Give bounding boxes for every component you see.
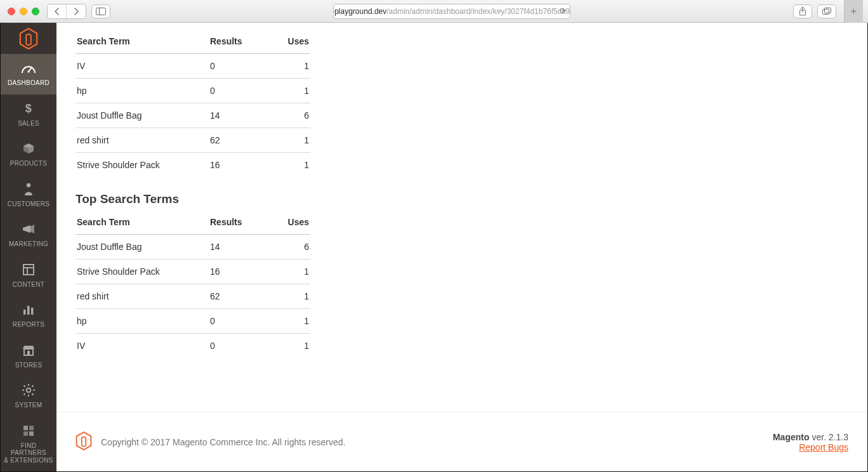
marketing-icon [3, 221, 54, 237]
cell-search-term: hp [76, 309, 209, 334]
svg-point-17 [27, 388, 30, 392]
cell-search-term: IV [76, 54, 209, 79]
forward-button[interactable] [67, 4, 86, 18]
sidebar-item-stores[interactable]: STORES [1, 336, 56, 377]
main-column: Search Term Results Uses IV01hp01Joust D… [56, 23, 867, 471]
table-row[interactable]: Strive Shoulder Pack161 [76, 259, 310, 284]
sidebar-item-system[interactable]: SYSTEM [1, 376, 56, 417]
report-bugs-link[interactable]: Report Bugs [799, 442, 848, 452]
url-bar[interactable]: magento2-playground.dev /admin/admin/das… [333, 4, 570, 19]
share-button[interactable] [793, 4, 812, 18]
sidebar-item-label: DASHBOARD [3, 79, 54, 87]
footer-left: Copyright © 2017 Magento Commerce Inc. A… [76, 431, 345, 452]
table-row[interactable]: red shirt621 [76, 128, 310, 153]
cell-results: 0 [209, 54, 266, 79]
table-row[interactable]: Joust Duffle Bag146 [76, 235, 310, 259]
cell-results: 62 [209, 284, 266, 309]
cell-search-term: IV [76, 334, 209, 358]
sidebar-item-label: SALES [3, 120, 54, 128]
svg-line-25 [32, 386, 33, 387]
back-button[interactable] [48, 4, 67, 18]
cell-results: 14 [209, 235, 266, 259]
table-row[interactable]: hp01 [76, 309, 310, 334]
nav-buttons [47, 4, 86, 19]
cell-results: 14 [209, 103, 266, 128]
svg-rect-13 [27, 306, 30, 315]
cell-results: 16 [209, 153, 266, 178]
admin-sidebar: DASHBOARD$SALESPRODUCTSCUSTOMERSMARKETIN… [1, 23, 56, 471]
tabs-button[interactable] [817, 4, 836, 18]
col-search-term: Search Term [76, 29, 209, 54]
cell-results: 0 [209, 309, 266, 334]
sidebar-item-label: FIND PARTNERS & EXTENSIONS [3, 442, 54, 464]
cell-uses: 1 [266, 334, 310, 358]
cell-uses: 1 [266, 284, 310, 309]
svg-point-8 [27, 183, 30, 187]
cell-uses: 1 [266, 309, 310, 334]
svg-rect-26 [23, 426, 28, 430]
sidebar-item-sales[interactable]: $SALES [1, 95, 56, 135]
reload-button[interactable]: ⟳ [560, 6, 566, 15]
window-zoom-button[interactable] [32, 8, 39, 15]
sidebar-item-content[interactable]: CONTENT [1, 256, 56, 296]
table-header-row: Search Term Results Uses [76, 29, 310, 54]
dashboard-icon [3, 60, 54, 75]
magento-logo[interactable] [1, 23, 56, 54]
sidebar-item-customers[interactable]: CUSTOMERS [1, 175, 56, 216]
sidebar-item-label: CONTENT [3, 281, 54, 289]
cell-search-term: Joust Duffle Bag [76, 235, 209, 259]
cell-search-term: hp [76, 79, 209, 103]
table-row[interactable]: IV01 [76, 54, 310, 79]
col-search-term: Search Term [76, 210, 209, 235]
sidebar-item-products[interactable]: PRODUCTS [1, 134, 56, 175]
cell-uses: 1 [266, 128, 310, 153]
reports-icon [3, 302, 54, 317]
window-minimize-button[interactable] [20, 8, 27, 15]
magento-logo-icon [76, 431, 92, 452]
sidebar-toggle-button[interactable] [91, 4, 110, 18]
svg-rect-4 [824, 8, 831, 13]
footer-version-prefix: ver. [810, 432, 829, 442]
svg-line-6 [29, 67, 32, 72]
cell-search-term: red shirt [76, 284, 209, 309]
sidebar-item-reports[interactable]: REPORTS [1, 296, 56, 336]
footer-version: Magento ver. 2.1.3 [773, 432, 848, 442]
sidebar-item-dashboard[interactable]: DASHBOARD [1, 54, 56, 95]
cell-search-term: Strive Shoulder Pack [76, 259, 209, 284]
sidebar-item-label: MARKETING [3, 240, 54, 248]
sidebar-item-find[interactable]: FIND PARTNERS & EXTENSIONS [1, 417, 56, 472]
footer-product-name: Magento [773, 432, 810, 442]
system-icon [3, 383, 54, 398]
find-icon [3, 423, 54, 438]
table-row[interactable]: Strive Shoulder Pack161 [76, 153, 310, 178]
svg-rect-27 [29, 426, 34, 430]
sidebar-item-marketing[interactable]: MARKETING [1, 215, 56, 256]
svg-line-23 [32, 393, 33, 395]
table-row[interactable]: Joust Duffle Bag146 [76, 103, 310, 128]
footer-right: Magento ver. 2.1.3 Report Bugs [773, 432, 848, 452]
sidebar-item-label: PRODUCTS [3, 160, 54, 167]
table-row[interactable]: IV01 [76, 334, 310, 358]
svg-rect-3 [822, 9, 829, 14]
cell-search-term: Joust Duffle Bag [76, 103, 209, 128]
cell-uses: 1 [266, 153, 310, 178]
svg-rect-9 [23, 265, 34, 275]
sidebar-item-label: STORES [3, 362, 54, 369]
sidebar-item-label: SYSTEM [3, 402, 54, 409]
table-row[interactable]: red shirt621 [76, 284, 310, 309]
content-icon [3, 262, 54, 277]
cell-results: 16 [209, 259, 266, 284]
cell-results: 0 [209, 334, 266, 358]
cell-uses: 1 [266, 79, 310, 103]
col-results: Results [209, 29, 266, 54]
admin-footer: Copyright © 2017 Magento Commerce Inc. A… [56, 412, 867, 471]
svg-rect-14 [31, 308, 34, 315]
top-search-terms-title: Top Search Terms [76, 192, 848, 206]
footer-version-number: 2.1.3 [829, 432, 848, 442]
viewport: DASHBOARD$SALESPRODUCTSCUSTOMERSMARKETIN… [0, 23, 868, 472]
new-tab-button[interactable]: + [844, 0, 863, 23]
window-close-button[interactable] [8, 8, 15, 15]
svg-rect-29 [29, 431, 34, 436]
table-row[interactable]: hp01 [76, 79, 310, 103]
svg-rect-0 [96, 8, 106, 15]
